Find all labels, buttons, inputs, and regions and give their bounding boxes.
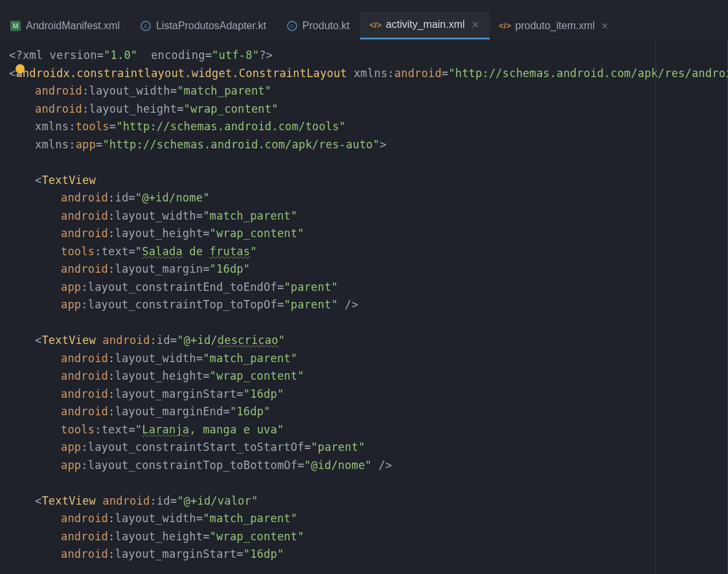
svg-text:C: C: [144, 23, 148, 29]
close-icon[interactable]: ✕: [472, 19, 479, 30]
tab-label: produto_item.xml: [516, 20, 595, 32]
manifest-icon: M: [10, 21, 21, 31]
tab-label: ListaProdutosAdapter.kt: [156, 20, 266, 32]
tab-android-manifest[interactable]: M AndroidManifest.xml: [0, 12, 130, 40]
margin-guide: [655, 40, 656, 574]
title-bar: [0, 0, 728, 12]
editor-tabs: M AndroidManifest.xml C ListaProdutosAda…: [0, 12, 728, 40]
kotlin-icon: C: [287, 21, 297, 31]
xml-icon: </>: [370, 19, 381, 30]
tab-label: AndroidManifest.xml: [26, 20, 120, 32]
tab-label: Produto.kt: [302, 20, 350, 32]
kotlin-icon: C: [141, 21, 151, 31]
xml-icon: </>: [500, 21, 510, 31]
tab-label: activity_main.xml: [386, 19, 465, 30]
svg-text:C: C: [290, 23, 294, 29]
tab-lista-produtos-adapter[interactable]: C ListaProdutosAdapter.kt: [130, 12, 277, 40]
tab-produto[interactable]: C Produto.kt: [277, 12, 360, 40]
close-icon[interactable]: ✕: [601, 21, 609, 31]
intention-bulb-icon[interactable]: [16, 64, 25, 73]
tab-produto-item[interactable]: </> produto_item.xml ✕: [490, 12, 620, 40]
code-editor[interactable]: <?xml version="1.0" encoding="utf-8"?> <…: [0, 40, 728, 574]
tab-activity-main[interactable]: </> activity_main.xml ✕: [360, 12, 490, 40]
